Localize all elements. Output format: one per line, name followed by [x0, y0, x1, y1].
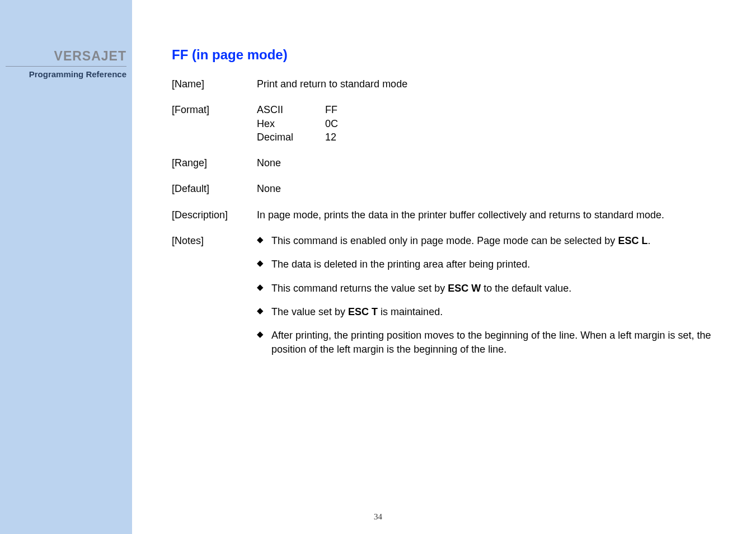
format-val: 0C: [325, 117, 338, 130]
default-row: [Default] None: [172, 182, 722, 195]
name-value: Print and return to standard mode: [257, 77, 722, 91]
default-value: None: [257, 182, 722, 195]
name-label: [Name]: [172, 77, 257, 91]
format-body: ASCII FF Hex 0C Decimal 12: [257, 103, 722, 144]
note-post: to the default value.: [481, 283, 571, 294]
page-number: 34: [0, 512, 756, 522]
note-pre: This command is enabled only in page mod…: [271, 235, 618, 246]
format-key: ASCII: [257, 103, 325, 116]
notes-item: This command is enabled only in page mod…: [257, 234, 722, 247]
note-post: is maintained.: [378, 306, 443, 317]
sidebar: VERSAJET Programming Reference: [0, 0, 132, 534]
note-bold: ESC W: [448, 283, 481, 294]
note-bold: ESC L: [618, 235, 647, 246]
content-area: FF (in page mode) [Name] Print and retur…: [172, 47, 722, 378]
description-value: In page mode, prints the data in the pri…: [257, 208, 722, 222]
format-line: ASCII FF: [257, 103, 722, 116]
note-pre: The data is deleted in the printing area…: [271, 259, 530, 270]
description-label: [Description]: [172, 208, 257, 222]
notes-body: This command is enabled only in page mod…: [257, 234, 722, 366]
note-pre: The value set by: [271, 306, 348, 317]
range-row: [Range] None: [172, 156, 722, 170]
format-key: Decimal: [257, 130, 325, 144]
note-pre: This command returns the value set by: [271, 283, 448, 294]
format-val: FF: [325, 103, 337, 116]
format-val: 12: [325, 130, 336, 144]
notes-label: [Notes]: [172, 234, 257, 366]
notes-item: After printing, the printing position mo…: [257, 329, 722, 356]
format-line: Hex 0C: [257, 117, 722, 130]
notes-item: This command returns the value set by ES…: [257, 282, 722, 295]
name-row: [Name] Print and return to standard mode: [172, 77, 722, 91]
format-key: Hex: [257, 117, 325, 130]
range-label: [Range]: [172, 156, 257, 170]
format-label: [Format]: [172, 103, 257, 144]
range-value: None: [257, 156, 722, 170]
page-title: FF (in page mode): [172, 47, 722, 63]
notes-list: This command is enabled only in page mod…: [257, 234, 722, 356]
notes-item: The value set by ESC T is maintained.: [257, 305, 722, 318]
notes-row: [Notes] This command is enabled only in …: [172, 234, 722, 366]
brand-divider: [6, 66, 126, 67]
format-row: [Format] ASCII FF Hex 0C Decimal 12: [172, 103, 722, 144]
note-post: .: [647, 235, 650, 246]
brand-title: VERSAJET: [0, 49, 126, 64]
note-pre: After printing, the printing position mo…: [271, 330, 711, 354]
reference-subtitle: Programming Reference: [0, 69, 126, 79]
description-row: [Description] In page mode, prints the d…: [172, 208, 722, 222]
default-label: [Default]: [172, 182, 257, 195]
format-line: Decimal 12: [257, 130, 722, 144]
notes-item: The data is deleted in the printing area…: [257, 257, 722, 271]
note-bold: ESC T: [348, 306, 378, 317]
